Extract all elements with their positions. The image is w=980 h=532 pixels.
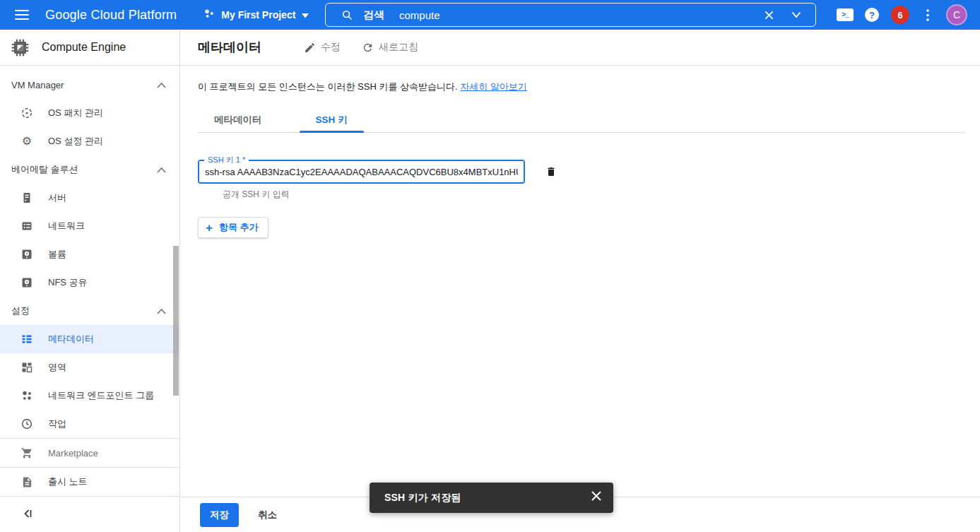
help-button[interactable]: ? — [865, 0, 879, 30]
overflow-menu-button[interactable] — [926, 0, 929, 30]
product-title: Compute Engine — [42, 41, 126, 54]
search-query-text[interactable]: compute — [399, 9, 440, 21]
sidebar-item-os-patch[interactable]: OS 패치 관리 — [0, 99, 179, 127]
tabs: 메타데이터 SSH 키 — [198, 108, 965, 133]
hamburger-menu-icon[interactable] — [15, 7, 29, 23]
collapse-icon — [21, 507, 34, 520]
edit-label: 수정 — [321, 41, 341, 54]
item-label: 네트워크 엔드포인트 그룹 — [48, 389, 154, 402]
section-label: 베어메탈 솔루션 — [11, 163, 78, 176]
sidebar-section-bare-metal[interactable]: 베어메탈 솔루션 — [0, 155, 179, 184]
search-icon — [341, 9, 353, 21]
chevron-up-icon — [157, 167, 166, 173]
marketplace-cart-icon — [20, 447, 33, 459]
sidebar-item-zones[interactable]: 영역 — [0, 353, 179, 382]
divider — [0, 496, 179, 497]
project-selector[interactable]: My First Project — [203, 8, 309, 23]
sidebar-item-network-endpoint-groups[interactable]: 네트워크 엔드포인트 그룹 — [0, 382, 179, 410]
account-button[interactable]: C — [946, 0, 967, 30]
project-icon — [203, 8, 216, 23]
clock-icon — [20, 418, 33, 430]
search-label: 검색 — [363, 8, 384, 22]
item-label: 네트워크 — [48, 220, 85, 232]
learn-more-link[interactable]: 자세히 알아보기 — [460, 81, 527, 92]
disk-icon — [20, 248, 33, 261]
sidebar: Compute Engine VM Manager OS 패치 관리 ⚙ OS … — [0, 30, 180, 532]
add-item-button[interactable]: + 항목 추가 — [198, 217, 268, 238]
chevron-up-icon — [157, 308, 166, 314]
page-title: 메타데이터 — [198, 39, 261, 56]
notifications-button[interactable]: 6 — [891, 0, 909, 30]
refresh-icon — [362, 42, 374, 54]
release-notes-icon — [20, 475, 33, 488]
sidebar-item-volumes[interactable]: 볼륨 — [0, 240, 179, 268]
section-label: VM Manager — [11, 80, 64, 90]
search-expand-chevron-icon[interactable] — [791, 11, 801, 18]
server-icon — [20, 191, 33, 204]
item-label: 출시 노트 — [48, 475, 88, 488]
disk-icon — [20, 276, 33, 289]
ssh-key-row: SSH 키 1 * 공개 SSH 키 입력 — [198, 160, 622, 201]
save-button[interactable]: 저장 — [200, 503, 239, 527]
sidebar-item-network[interactable]: 네트워크 — [0, 212, 179, 240]
search-clear-icon[interactable] — [764, 10, 774, 20]
refresh-label: 새로고침 — [379, 41, 418, 54]
sidebar-item-servers[interactable]: 서버 — [0, 184, 179, 212]
item-label: 볼륨 — [48, 248, 66, 261]
project-name: My First Project — [221, 9, 295, 20]
sidebar-item-nfs-shares[interactable]: NFS 공유 — [0, 268, 179, 297]
sidebar-scrollbar[interactable] — [173, 246, 179, 396]
refresh-button[interactable]: 새로고침 — [362, 41, 418, 54]
cloud-shell-icon: >_ — [837, 8, 854, 21]
help-icon: ? — [865, 8, 879, 22]
kebab-menu-icon — [926, 9, 929, 21]
add-item-label: 항목 추가 — [219, 221, 259, 234]
sidebar-item-marketplace[interactable]: Marketplace — [0, 439, 179, 467]
toast-close-icon[interactable] — [591, 490, 602, 502]
item-label: Marketplace — [48, 448, 98, 459]
toast-message: SSH 키가 저장됨 — [384, 492, 461, 504]
os-patch-icon — [20, 107, 33, 119]
collapse-sidebar-button[interactable] — [0, 500, 179, 528]
project-caret-icon — [302, 8, 309, 21]
ssh-key-field: SSH 키 1 * — [198, 160, 525, 184]
notification-badge: 6 — [891, 6, 909, 24]
sidebar-section-vm-manager[interactable]: VM Manager — [0, 71, 179, 99]
endpoint-group-dots-icon — [20, 389, 33, 402]
sidebar-item-release-notes[interactable]: 출시 노트 — [0, 468, 179, 496]
gear-icon: ⚙ — [20, 135, 33, 148]
pencil-icon — [304, 42, 316, 54]
page-header: 메타데이터 수정 새로고침 — [180, 30, 980, 66]
sidebar-section-settings[interactable]: 설정 — [0, 297, 179, 325]
delete-ssh-key-button[interactable] — [543, 163, 560, 180]
chevron-up-icon — [157, 82, 166, 88]
sidebar-item-os-config[interactable]: ⚙ OS 설정 관리 — [0, 127, 179, 155]
cloud-shell-button[interactable]: >_ — [837, 0, 854, 30]
item-label: 영역 — [48, 361, 66, 374]
item-label: 메타데이터 — [48, 333, 94, 345]
edit-button[interactable]: 수정 — [304, 41, 341, 54]
item-label: OS 설정 관리 — [48, 135, 103, 148]
zones-grid-icon — [20, 361, 33, 374]
tab-metadata[interactable]: 메타데이터 — [198, 108, 278, 132]
ssh-key-field-label: SSH 키 1 * — [204, 155, 249, 165]
section-label: 설정 — [11, 305, 30, 317]
gcp-logo[interactable]: Google Cloud Platform — [45, 8, 177, 23]
sidebar-item-metadata[interactable]: 메타데이터 — [0, 325, 179, 353]
item-label: 서버 — [48, 191, 66, 204]
item-label: OS 패치 관리 — [48, 107, 103, 119]
plus-icon: + — [206, 222, 213, 234]
item-label: NFS 공유 — [48, 276, 88, 289]
compute-engine-icon — [11, 38, 30, 57]
avatar: C — [946, 4, 967, 25]
item-label: 작업 — [48, 418, 66, 430]
gcp-console: Google Cloud Platform My First Project — [0, 0, 980, 532]
cancel-button[interactable]: 취소 — [258, 509, 277, 521]
ssh-key-helper-text: 공개 SSH 키 입력 — [223, 189, 622, 201]
metadata-list-icon — [20, 333, 33, 345]
search-bar[interactable]: 검색 compute — [325, 3, 816, 27]
trash-icon — [545, 165, 557, 178]
tab-ssh-keys[interactable]: SSH 키 — [300, 108, 364, 132]
snackbar-toast: SSH 키가 저장됨 — [370, 483, 613, 513]
sidebar-item-operations[interactable]: 작업 — [0, 410, 179, 438]
